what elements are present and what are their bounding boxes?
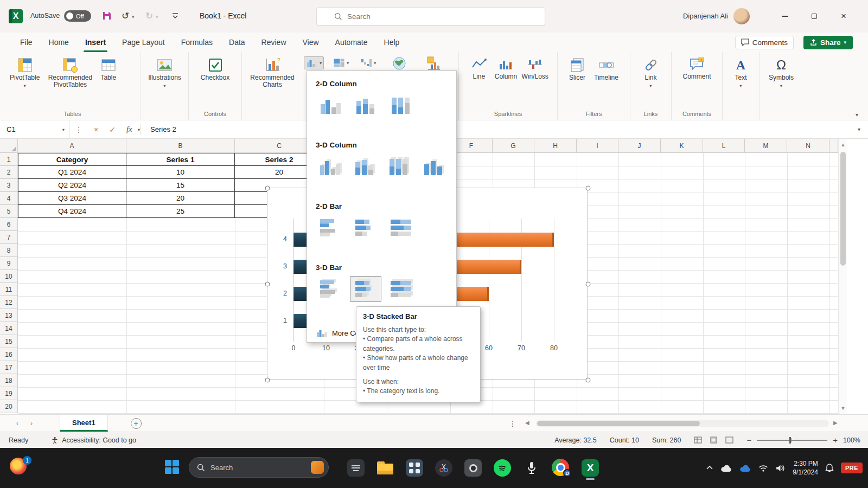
column-header-G[interactable]: G [493, 139, 534, 153]
chart-type-3d-column[interactable] [418, 153, 449, 179]
expand-formula-bar-chevron[interactable]: ▾ [858, 126, 860, 132]
chart-selection-handle[interactable] [265, 378, 270, 383]
taskbar-snipping-tool-icon[interactable] [433, 457, 455, 479]
row-header-1[interactable]: 1 [0, 153, 18, 166]
tab-page-layout[interactable]: Page Layout [114, 33, 173, 52]
insert-column-or-bar-chart-button[interactable]: ▾ [304, 56, 324, 69]
tab-home[interactable]: Home [41, 33, 77, 52]
maximize-button[interactable] [802, 0, 827, 33]
taskbar-file-explorer-icon[interactable] [374, 457, 396, 479]
close-button[interactable]: × [831, 0, 856, 33]
formula-content[interactable]: Series 2 [150, 125, 176, 133]
minimize-button[interactable] [773, 0, 797, 33]
wifi-icon[interactable] [758, 464, 768, 472]
zoom-slider-thumb[interactable] [789, 437, 791, 444]
row-header-6[interactable]: 6 [0, 218, 18, 231]
zoom-out-button[interactable]: − [746, 435, 751, 445]
column-header-M[interactable]: M [745, 139, 787, 153]
chart-type-3d-stacked-column[interactable] [349, 153, 380, 179]
prev-sheet-arrow[interactable]: ‹ [11, 420, 24, 427]
insert-hierarchy-chart-button[interactable]: ▾ [331, 56, 351, 69]
row-header-19[interactable]: 19 [0, 387, 18, 400]
maps-button[interactable] [390, 54, 409, 73]
chart-type-3d-stacked-bar[interactable] [350, 276, 381, 302]
illustrations-button[interactable]: Illustrations▾ [146, 56, 183, 89]
scroll-right-arrow[interactable]: ▶ [833, 420, 838, 426]
taskbar-search[interactable]: Search [189, 457, 329, 478]
taskbar-spotify-icon[interactable] [492, 457, 513, 479]
chart-type-hundred-percent-stacked-bar[interactable] [385, 215, 417, 241]
zoom-level[interactable]: 100% [843, 436, 860, 444]
chart-type-clustered-column[interactable] [315, 92, 346, 118]
tab-help[interactable]: Help [376, 33, 408, 52]
name-box-menu-dots[interactable]: ⋮ [75, 125, 83, 134]
pre-recording-badge[interactable]: PRE [841, 463, 863, 473]
tab-insert[interactable]: Insert [77, 33, 114, 52]
notification-bell-icon[interactable] [825, 463, 834, 473]
row-header-8[interactable]: 8 [0, 244, 18, 257]
table-cell[interactable]: Q3 2024 [18, 192, 126, 205]
table-header-cell-category[interactable]: Category [18, 153, 126, 166]
tab-review[interactable]: Review [253, 33, 295, 52]
recommended-charts-button[interactable]: ? Recommended Charts [246, 56, 298, 89]
next-sheet-arrow[interactable]: › [25, 420, 38, 427]
row-header-14[interactable]: 14 [0, 322, 18, 335]
onedrive-icon[interactable] [739, 464, 751, 472]
autosave-toggle[interactable]: Off [64, 10, 91, 22]
page-break-view-icon[interactable] [725, 436, 733, 444]
taskbar-excel-icon[interactable]: X [579, 457, 601, 479]
zoom-in-button[interactable]: + [833, 435, 838, 445]
column-sparkline-button[interactable]: Column [493, 56, 519, 81]
column-header-A[interactable]: A [18, 139, 126, 153]
chart-selection-handle[interactable] [265, 186, 270, 191]
name-box[interactable]: C1▾ [0, 120, 69, 138]
horizontal-scroll-thumb[interactable] [537, 421, 700, 426]
select-all-corner[interactable] [0, 139, 18, 153]
checkbox-button[interactable]: Checkbox [199, 56, 232, 82]
start-button[interactable] [164, 459, 180, 475]
comments-button[interactable]: Comments [735, 36, 794, 49]
column-header-K[interactable]: K [661, 139, 703, 153]
table-cell[interactable]: 25 [126, 205, 235, 218]
share-button[interactable]: Share ▾ [803, 36, 853, 49]
widgets-icon[interactable]: 1 [10, 458, 28, 476]
text-button[interactable]: A Text▾ [732, 56, 749, 89]
table-cell[interactable]: 20 [126, 192, 235, 205]
row-header-4[interactable]: 4 [0, 192, 18, 205]
chart-selection-handle[interactable] [586, 282, 591, 287]
normal-view-icon[interactable] [694, 436, 702, 444]
chart-type-3d-clustered-column[interactable] [315, 153, 346, 179]
avatar[interactable] [733, 8, 750, 24]
taskbar-clock[interactable]: 2:30 PM 9/1/2024 [793, 459, 818, 477]
taskbar-camera-icon[interactable] [462, 457, 484, 479]
row-header-20[interactable]: 20 [0, 400, 18, 413]
search-box[interactable] [316, 7, 545, 25]
tab-view[interactable]: View [295, 33, 327, 52]
tab-formulas[interactable]: Formulas [173, 33, 221, 52]
pivotchart-button[interactable] [424, 54, 444, 73]
chart-selection-handle[interactable] [586, 378, 591, 383]
customize-toolbar-icon[interactable] [171, 12, 179, 20]
column-header-H[interactable]: H [534, 139, 577, 153]
scroll-up-arrow[interactable]: ▲ [839, 140, 847, 150]
cancel-entry-icon[interactable]: × [94, 125, 98, 134]
timeline-button[interactable]: Timeline [592, 56, 621, 82]
horizontal-scrollbar[interactable] [536, 420, 829, 427]
taskbar-voice-recorder-icon[interactable] [521, 457, 542, 479]
row-header-15[interactable]: 15 [0, 335, 18, 348]
tab-file[interactable]: File [12, 33, 41, 52]
tab-data[interactable]: Data [221, 33, 253, 52]
row-header-9[interactable]: 9 [0, 257, 18, 270]
taskbar-notepad-icon[interactable] [345, 457, 367, 479]
column-header-B[interactable]: B [126, 139, 235, 153]
row-header-7[interactable]: 7 [0, 231, 18, 244]
table-button[interactable]: Table [98, 56, 118, 82]
line-sparkline-button[interactable]: Line [469, 56, 489, 81]
chart-selection-handle[interactable] [265, 282, 270, 287]
recommended-pivottables-button[interactable]: Recommended PivotTables [44, 56, 96, 89]
redo-button[interactable]: ↻ ▾ [145, 10, 158, 22]
chart-type-stacked-column[interactable] [350, 92, 381, 118]
insert-waterfall-chart-button[interactable]: ▾ [358, 56, 378, 69]
table-cell[interactable]: Q4 2024 [18, 205, 126, 218]
column-header-I[interactable]: I [577, 139, 618, 153]
